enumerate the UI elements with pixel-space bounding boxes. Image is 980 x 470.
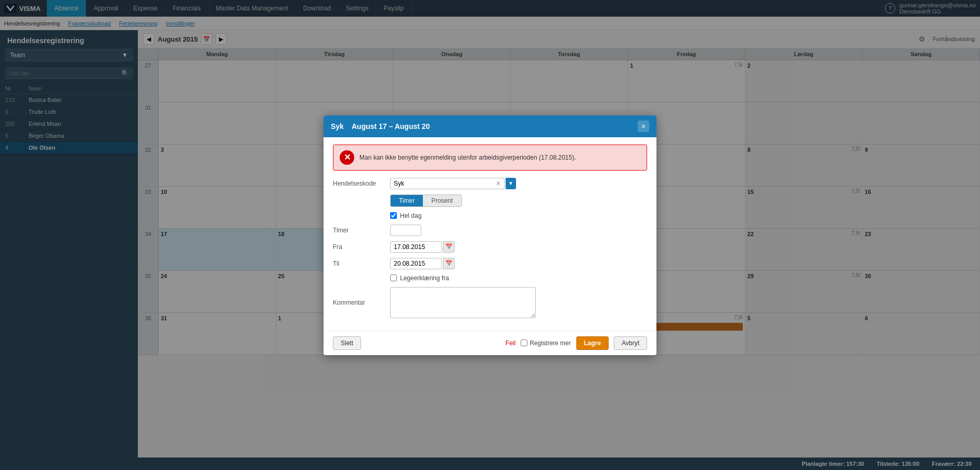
- timer-tab[interactable]: Timer: [391, 195, 423, 206]
- hel-dag-row: Hel dag: [390, 212, 647, 219]
- til-row: Til 📅: [333, 258, 647, 269]
- legeerklaering-row: Legeerklæring fra: [390, 275, 647, 282]
- error-text: Man kan ikke benytte egenmelding utenfor…: [359, 154, 576, 161]
- avbryt-button[interactable]: Avbryt: [614, 336, 647, 350]
- footer-right: Feil Registrere mer Lagre Avbryt: [506, 336, 647, 350]
- legeerklaering-label: Legeerklæring fra: [400, 275, 449, 282]
- til-field-wrapper: 📅: [390, 258, 455, 269]
- fra-row: Fra 📅: [333, 241, 647, 253]
- modal-close-button[interactable]: ×: [638, 121, 649, 132]
- feil-label: Feil: [506, 340, 515, 347]
- modal-header: Syk August 17 – August 20 ×: [324, 115, 656, 137]
- registrere-mer-wrapper: Registrere mer: [521, 340, 571, 347]
- kommentar-row: Kommentar: [333, 287, 647, 318]
- modal-overlay: Syk August 17 – August 20 × ✕ Man kan ik…: [0, 0, 980, 470]
- hendelseskode-select-wrapper: Syk ✕ ▼: [390, 178, 516, 189]
- timer-prosent-tabs: Timer Prosent: [390, 194, 462, 207]
- timer-prosent-row: Timer Prosent: [333, 194, 647, 207]
- prosent-tab[interactable]: Prosent: [423, 195, 461, 206]
- registrere-mer-label: Registrere mer: [530, 340, 571, 347]
- fra-label: Fra: [333, 243, 390, 251]
- hendelseskode-select[interactable]: Syk ✕: [390, 178, 505, 189]
- timer-input[interactable]: [390, 225, 421, 236]
- kommentar-label: Kommentar: [333, 299, 390, 306]
- modal-footer: Slett Feil Registrere mer Lagre Avbryt: [324, 331, 656, 355]
- modal-dialog: Syk August 17 – August 20 × ✕ Man kan ik…: [324, 115, 656, 355]
- modal-title: Syk August 17 – August 20: [331, 122, 430, 130]
- til-date-input[interactable]: [390, 258, 442, 269]
- timer-row: Timer: [333, 225, 647, 236]
- timer-label: Timer: [333, 227, 390, 234]
- legeerklaering-checkbox[interactable]: [390, 275, 397, 281]
- error-banner: ✕ Man kan ikke benytte egenmelding utenf…: [333, 145, 647, 171]
- fra-date-input[interactable]: [390, 241, 442, 253]
- fra-field-wrapper: 📅: [390, 241, 455, 253]
- hel-dag-checkbox[interactable]: [390, 212, 397, 219]
- kommentar-textarea[interactable]: [390, 287, 536, 318]
- modal-body: ✕ Man kan ikke benytte egenmelding utenf…: [324, 137, 656, 331]
- til-label: Til: [333, 260, 390, 267]
- lagre-button[interactable]: Lagre: [576, 336, 609, 350]
- footer-left: Slett: [333, 336, 361, 350]
- hel-dag-label: Hel dag: [400, 212, 421, 219]
- fra-calendar-button[interactable]: 📅: [443, 241, 455, 253]
- select-clear-button[interactable]: ✕: [496, 180, 501, 187]
- hendelseskode-row: Hendelseskode Syk ✕ ▼: [333, 178, 647, 189]
- select-arrow-button[interactable]: ▼: [506, 178, 516, 189]
- error-icon: ✕: [340, 150, 354, 165]
- til-calendar-button[interactable]: 📅: [443, 258, 455, 269]
- registrere-mer-checkbox[interactable]: [521, 340, 527, 346]
- hendelseskode-label: Hendelseskode: [333, 180, 390, 187]
- slett-button[interactable]: Slett: [333, 336, 361, 350]
